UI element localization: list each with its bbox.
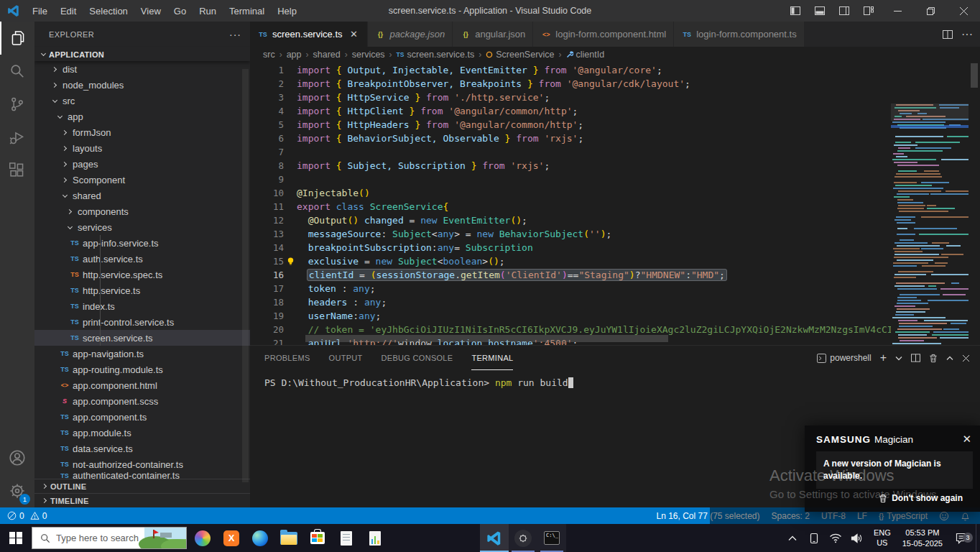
breadcrumb-services[interactable]: services: [352, 50, 385, 60]
maximize-panel-icon[interactable]: [946, 356, 953, 361]
code-line-9[interactable]: 9: [250, 172, 891, 186]
customize-layout-icon[interactable]: [856, 0, 881, 22]
menu-terminal[interactable]: Terminal: [223, 0, 271, 22]
sidebar-scrollbar[interactable]: [242, 69, 249, 482]
timeline-section[interactable]: TIMELINE: [34, 493, 250, 507]
code-editor[interactable]: 1import { Output, Injectable, EventEmitt…: [250, 63, 980, 345]
taskbar-vscode-icon[interactable]: [480, 524, 509, 552]
breadcrumb-app[interactable]: app: [287, 50, 302, 60]
code-line-11[interactable]: 11export class ScreenService{: [250, 200, 891, 213]
panel-tab-terminal[interactable]: TERMINAL: [471, 346, 513, 370]
close-panel-icon[interactable]: [962, 354, 970, 362]
code-line-13[interactable]: 13 messageSource: Subject<any> = new Beh…: [250, 227, 891, 241]
tray-device-icon[interactable]: [803, 533, 825, 544]
file-index-ts[interactable]: TSindex.ts: [34, 298, 250, 314]
layout-panel-icon[interactable]: [808, 0, 832, 22]
source-control-icon[interactable]: [0, 88, 34, 121]
file-app-component-scss[interactable]: Sapp.component.scss: [34, 393, 250, 409]
lightbulb-icon[interactable]: [286, 257, 295, 266]
code-line-18[interactable]: 18 headers : any;: [250, 295, 891, 309]
folder-shared[interactable]: shared: [34, 188, 250, 203]
code-line-6[interactable]: 6import { BehaviorSubject, Observable } …: [250, 132, 891, 145]
explorer-icon[interactable]: [0, 22, 34, 55]
taskbar-copilot-icon[interactable]: [188, 524, 217, 552]
close-button[interactable]: [947, 0, 980, 22]
sidebar-more-icon[interactable]: ···: [229, 29, 241, 40]
breadcrumb-screenservice[interactable]: ScreenService: [486, 50, 554, 60]
shell-selector[interactable]: powershell: [817, 353, 871, 363]
file-print-control-service-ts[interactable]: TSprint-control.service.ts: [34, 314, 250, 330]
breadcrumb-shared[interactable]: shared: [313, 50, 341, 60]
folder-src[interactable]: src: [34, 93, 250, 109]
settings-gear-icon[interactable]: 1: [0, 474, 34, 507]
minimap-slider[interactable]: [891, 104, 969, 121]
code-line-12[interactable]: 12 @Output() changed = new EventEmitter(…: [250, 213, 891, 227]
clock[interactable]: 05:53 PM15-05-2025: [897, 528, 948, 548]
panel-tab-debug-console[interactable]: DEBUG CONSOLE: [382, 346, 453, 370]
code-line-7[interactable]: 7: [250, 145, 891, 159]
minimize-button[interactable]: [881, 0, 914, 22]
taskbar-cmd-icon[interactable]: [537, 524, 566, 552]
menu-run[interactable]: Run: [193, 0, 223, 22]
file-not-authorized-container-ts[interactable]: TSnot-authorized-container.ts: [34, 456, 250, 472]
code-line-3[interactable]: 3import { HttpService } from './http.ser…: [250, 91, 891, 104]
file-app-routing-module-ts[interactable]: TSapp-routing.module.ts: [34, 362, 250, 377]
editor-more-icon[interactable]: ···: [961, 28, 973, 41]
account-icon[interactable]: [0, 441, 34, 474]
file-app-navigation-ts[interactable]: TSapp-navigation.ts: [34, 346, 250, 362]
restore-button[interactable]: [914, 0, 947, 22]
vertical-scrollbar[interactable]: [971, 63, 978, 88]
taskbar-search[interactable]: Type here to search: [32, 527, 187, 549]
taskbar-document-chart-icon[interactable]: [361, 524, 389, 552]
terminal-output[interactable]: PS D:\Without_ProducationHR\Application>…: [250, 370, 980, 388]
extensions-icon[interactable]: [0, 154, 34, 187]
tab-screen-service-ts[interactable]: TSscreen.service.ts✕: [250, 22, 368, 47]
tray-wifi-icon[interactable]: [825, 533, 846, 543]
code-line-1[interactable]: 1import { Output, Injectable, EventEmitt…: [250, 63, 891, 77]
taskbar-store-icon[interactable]: [303, 524, 332, 552]
search-icon[interactable]: [0, 55, 34, 88]
panel-tab-problems[interactable]: PROBLEMS: [264, 346, 310, 370]
workspace-section-header[interactable]: APPLICATION: [34, 47, 250, 61]
file-data-service-ts[interactable]: TSdata.service.ts: [34, 441, 250, 456]
folder-app[interactable]: app: [34, 109, 250, 124]
tray-volume-icon[interactable]: [846, 533, 868, 543]
breadcrumb-clientid[interactable]: clientId: [566, 50, 605, 60]
start-button[interactable]: [0, 524, 32, 552]
file-http-service-ts[interactable]: TShttp.service.ts: [34, 282, 250, 298]
language-indicator[interactable]: ENGUS: [868, 528, 897, 548]
folder-layouts[interactable]: layouts: [34, 140, 250, 156]
code-line-19[interactable]: 19 userName:any;: [250, 309, 891, 323]
code-line-15[interactable]: 15 exclusive = new Subject<boolean>();: [250, 254, 891, 268]
menu-file[interactable]: File: [26, 0, 54, 22]
file-http-service-spec-ts[interactable]: TShttp.service.spec.ts: [34, 267, 250, 282]
layout-secondary-sidebar-icon[interactable]: [832, 0, 856, 22]
search-daily-image[interactable]: [144, 527, 186, 549]
problems-status[interactable]: 0 0: [7, 511, 47, 521]
file-app-component-ts[interactable]: TSapp.component.ts: [34, 409, 250, 425]
taskbar-file-explorer-icon[interactable]: [274, 524, 303, 552]
taskbar-notepad-icon[interactable]: [332, 524, 361, 552]
menu-selection[interactable]: Selection: [83, 0, 134, 22]
show-desktop-button[interactable]: [976, 524, 980, 552]
folder-formjson[interactable]: formJson: [34, 124, 250, 140]
code-line-8[interactable]: 8import { Subject, Subscription } from '…: [250, 159, 891, 172]
folder-scomponent[interactable]: Scomponent: [34, 172, 250, 188]
menu-go[interactable]: Go: [167, 0, 193, 22]
dont-show-again-button[interactable]: Don't show again: [805, 489, 980, 503]
kill-terminal-icon[interactable]: [929, 354, 938, 363]
folder-node-modules[interactable]: node_modules: [34, 77, 250, 93]
file-auth-service-ts[interactable]: TSauth.service.ts: [34, 251, 250, 267]
split-editor-icon[interactable]: [943, 30, 953, 39]
tab-login-form-component-ts[interactable]: TSlogin-form.component.ts: [674, 22, 804, 47]
menu-edit[interactable]: Edit: [54, 0, 83, 22]
tab-login-form-component-html[interactable]: <>login-form.component.html: [533, 22, 674, 47]
code-line-16[interactable]: 16 clientId = (sessionStorage.getItem('C…: [250, 268, 891, 282]
run-debug-icon[interactable]: [0, 121, 34, 154]
tray-chevron-up-icon[interactable]: [782, 535, 803, 541]
code-line-2[interactable]: 2import { BreakpointObserver, Breakpoint…: [250, 77, 891, 91]
layout-sidebar-icon[interactable]: [783, 0, 808, 22]
breadcrumb-screen-service-ts[interactable]: TSscreen.service.ts: [397, 50, 475, 60]
terminal-dropdown-icon[interactable]: [895, 356, 902, 361]
file-app-module-ts[interactable]: TSapp.module.ts: [34, 425, 250, 441]
